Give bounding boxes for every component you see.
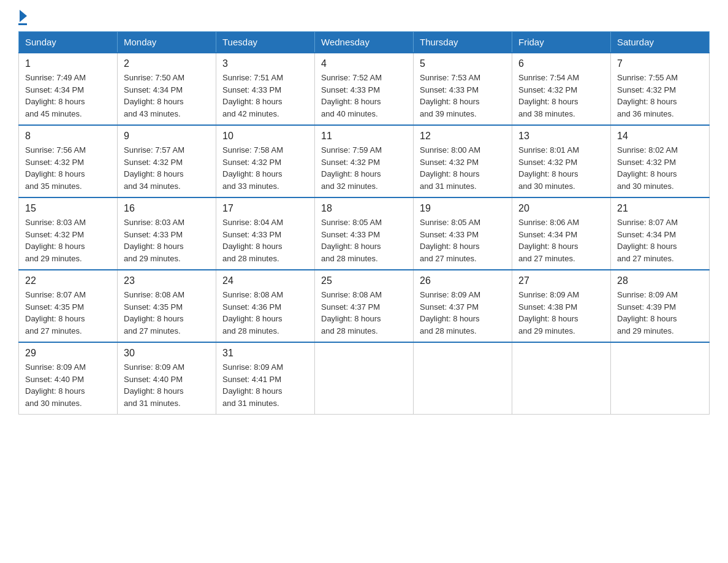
calendar-header-friday: Friday	[512, 32, 611, 53]
calendar-cell: 6 Sunrise: 7:54 AMSunset: 4:32 PMDayligh…	[512, 53, 611, 125]
day-number: 5	[420, 58, 506, 69]
day-info: Sunrise: 7:55 AMSunset: 4:32 PMDaylight:…	[617, 72, 703, 120]
day-number: 18	[321, 203, 407, 214]
day-number: 27	[518, 275, 604, 286]
day-number: 21	[617, 203, 703, 214]
calendar-cell: 5 Sunrise: 7:53 AMSunset: 4:33 PMDayligh…	[414, 53, 512, 125]
day-number: 11	[321, 131, 407, 142]
day-number: 23	[124, 275, 210, 286]
calendar-cell: 2 Sunrise: 7:50 AMSunset: 4:34 PMDayligh…	[118, 53, 216, 125]
day-info: Sunrise: 8:02 AMSunset: 4:32 PMDaylight:…	[617, 144, 703, 192]
day-info: Sunrise: 8:03 AMSunset: 4:33 PMDaylight:…	[124, 216, 210, 264]
calendar-cell: 10 Sunrise: 7:58 AMSunset: 4:32 PMDaylig…	[216, 125, 315, 197]
day-info: Sunrise: 8:05 AMSunset: 4:33 PMDaylight:…	[321, 216, 407, 264]
calendar-header-saturday: Saturday	[611, 32, 710, 53]
calendar-cell: 16 Sunrise: 8:03 AMSunset: 4:33 PMDaylig…	[118, 197, 216, 270]
calendar-table: SundayMondayTuesdayWednesdayThursdayFrid…	[18, 31, 710, 415]
logo	[18, 12, 27, 25]
calendar-cell: 20 Sunrise: 8:06 AMSunset: 4:34 PMDaylig…	[512, 197, 611, 270]
day-number: 6	[518, 58, 604, 69]
calendar-cell: 9 Sunrise: 7:57 AMSunset: 4:32 PMDayligh…	[118, 125, 216, 197]
day-number: 29	[25, 348, 111, 359]
calendar-cell: 26 Sunrise: 8:09 AMSunset: 4:37 PMDaylig…	[414, 270, 512, 342]
calendar-header-tuesday: Tuesday	[216, 32, 315, 53]
day-info: Sunrise: 8:09 AMSunset: 4:37 PMDaylight:…	[420, 289, 506, 337]
calendar-cell: 14 Sunrise: 8:02 AMSunset: 4:32 PMDaylig…	[611, 125, 710, 197]
day-number: 24	[222, 275, 308, 286]
day-info: Sunrise: 7:57 AMSunset: 4:32 PMDaylight:…	[124, 144, 210, 192]
calendar-cell: 4 Sunrise: 7:52 AMSunset: 4:33 PMDayligh…	[315, 53, 414, 125]
calendar-cell: 7 Sunrise: 7:55 AMSunset: 4:32 PMDayligh…	[611, 53, 710, 125]
day-info: Sunrise: 7:54 AMSunset: 4:32 PMDaylight:…	[518, 72, 604, 120]
day-info: Sunrise: 8:09 AMSunset: 4:40 PMDaylight:…	[25, 361, 111, 409]
calendar-cell	[512, 342, 611, 415]
day-info: Sunrise: 8:07 AMSunset: 4:34 PMDaylight:…	[617, 216, 703, 264]
day-info: Sunrise: 8:03 AMSunset: 4:32 PMDaylight:…	[25, 216, 111, 264]
calendar-cell: 8 Sunrise: 7:56 AMSunset: 4:32 PMDayligh…	[19, 125, 118, 197]
day-number: 8	[25, 131, 111, 142]
calendar-cell: 12 Sunrise: 8:00 AMSunset: 4:32 PMDaylig…	[414, 125, 512, 197]
day-number: 22	[25, 275, 111, 286]
calendar-cell: 18 Sunrise: 8:05 AMSunset: 4:33 PMDaylig…	[315, 197, 414, 270]
calendar-week-row: 22 Sunrise: 8:07 AMSunset: 4:35 PMDaylig…	[19, 270, 710, 342]
calendar-header-monday: Monday	[118, 32, 216, 53]
day-info: Sunrise: 8:08 AMSunset: 4:35 PMDaylight:…	[124, 289, 210, 337]
day-number: 17	[222, 203, 308, 214]
day-info: Sunrise: 8:08 AMSunset: 4:37 PMDaylight:…	[321, 289, 407, 337]
day-number: 16	[124, 203, 210, 214]
logo-underline	[18, 23, 27, 25]
day-number: 3	[222, 58, 308, 69]
day-info: Sunrise: 8:06 AMSunset: 4:34 PMDaylight:…	[518, 216, 604, 264]
day-info: Sunrise: 7:51 AMSunset: 4:33 PMDaylight:…	[222, 72, 308, 120]
day-number: 19	[420, 203, 506, 214]
day-info: Sunrise: 7:59 AMSunset: 4:32 PMDaylight:…	[321, 144, 407, 192]
calendar-cell: 27 Sunrise: 8:09 AMSunset: 4:38 PMDaylig…	[512, 270, 611, 342]
calendar-cell: 28 Sunrise: 8:09 AMSunset: 4:39 PMDaylig…	[611, 270, 710, 342]
day-number: 26	[420, 275, 506, 286]
day-number: 28	[617, 275, 703, 286]
calendar-cell: 11 Sunrise: 7:59 AMSunset: 4:32 PMDaylig…	[315, 125, 414, 197]
calendar-cell: 25 Sunrise: 8:08 AMSunset: 4:37 PMDaylig…	[315, 270, 414, 342]
day-number: 10	[222, 131, 308, 142]
logo-triangle-icon	[20, 10, 27, 22]
calendar-cell: 1 Sunrise: 7:49 AMSunset: 4:34 PMDayligh…	[19, 53, 118, 125]
day-number: 2	[124, 58, 210, 69]
calendar-cell	[414, 342, 512, 415]
calendar-cell: 31 Sunrise: 8:09 AMSunset: 4:41 PMDaylig…	[216, 342, 315, 415]
calendar-cell: 3 Sunrise: 7:51 AMSunset: 4:33 PMDayligh…	[216, 53, 315, 125]
calendar-header-wednesday: Wednesday	[315, 32, 414, 53]
calendar-cell: 15 Sunrise: 8:03 AMSunset: 4:32 PMDaylig…	[19, 197, 118, 270]
day-number: 30	[124, 348, 210, 359]
calendar-cell: 30 Sunrise: 8:09 AMSunset: 4:40 PMDaylig…	[118, 342, 216, 415]
day-number: 15	[25, 203, 111, 214]
calendar-cell	[611, 342, 710, 415]
day-info: Sunrise: 7:49 AMSunset: 4:34 PMDaylight:…	[25, 72, 111, 120]
calendar-cell: 29 Sunrise: 8:09 AMSunset: 4:40 PMDaylig…	[19, 342, 118, 415]
calendar-cell: 21 Sunrise: 8:07 AMSunset: 4:34 PMDaylig…	[611, 197, 710, 270]
day-info: Sunrise: 7:52 AMSunset: 4:33 PMDaylight:…	[321, 72, 407, 120]
calendar-header-thursday: Thursday	[414, 32, 512, 53]
calendar-header-sunday: Sunday	[19, 32, 118, 53]
day-number: 20	[518, 203, 604, 214]
day-info: Sunrise: 7:58 AMSunset: 4:32 PMDaylight:…	[222, 144, 308, 192]
day-info: Sunrise: 8:08 AMSunset: 4:36 PMDaylight:…	[222, 289, 308, 337]
day-number: 4	[321, 58, 407, 69]
day-info: Sunrise: 8:04 AMSunset: 4:33 PMDaylight:…	[222, 216, 308, 264]
calendar-cell: 23 Sunrise: 8:08 AMSunset: 4:35 PMDaylig…	[118, 270, 216, 342]
calendar-cell: 22 Sunrise: 8:07 AMSunset: 4:35 PMDaylig…	[19, 270, 118, 342]
calendar-week-row: 15 Sunrise: 8:03 AMSunset: 4:32 PMDaylig…	[19, 197, 710, 270]
day-info: Sunrise: 8:05 AMSunset: 4:33 PMDaylight:…	[420, 216, 506, 264]
day-info: Sunrise: 7:50 AMSunset: 4:34 PMDaylight:…	[124, 72, 210, 120]
day-number: 14	[617, 131, 703, 142]
calendar-cell: 24 Sunrise: 8:08 AMSunset: 4:36 PMDaylig…	[216, 270, 315, 342]
calendar-week-row: 29 Sunrise: 8:09 AMSunset: 4:40 PMDaylig…	[19, 342, 710, 415]
calendar-cell: 17 Sunrise: 8:04 AMSunset: 4:33 PMDaylig…	[216, 197, 315, 270]
day-info: Sunrise: 8:09 AMSunset: 4:39 PMDaylight:…	[617, 289, 703, 337]
day-number: 7	[617, 58, 703, 69]
day-number: 31	[222, 348, 308, 359]
day-number: 13	[518, 131, 604, 142]
day-info: Sunrise: 8:01 AMSunset: 4:32 PMDaylight:…	[518, 144, 604, 192]
day-number: 9	[124, 131, 210, 142]
day-info: Sunrise: 7:53 AMSunset: 4:33 PMDaylight:…	[420, 72, 506, 120]
calendar-cell: 13 Sunrise: 8:01 AMSunset: 4:32 PMDaylig…	[512, 125, 611, 197]
